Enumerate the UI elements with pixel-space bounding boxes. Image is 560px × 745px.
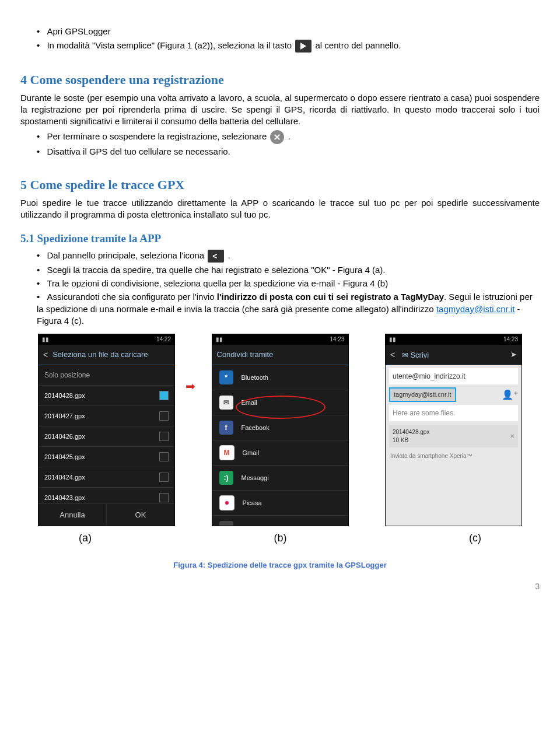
subject-field[interactable]: Here are some files.: [389, 405, 518, 421]
bullet-list-sec4: Per terminare o sospendere la registrazi…: [20, 130, 540, 158]
compose-body: utente@mio_indirizzo.it tagmyday@isti.cn…: [386, 365, 522, 526]
share-item-play-on-device[interactable]: ▣Riproduci sul dispositivo: [212, 516, 348, 526]
bullet-list-sec51: Dal pannello principale, seleziona l'ico…: [20, 250, 540, 327]
bullet-disable-gps: Disattiva il GPS del tuo cellulare se ne…: [37, 146, 540, 158]
arrow-annotation-icon: [186, 379, 195, 394]
checkbox-icon[interactable]: [159, 411, 169, 421]
share-item-gmail[interactable]: MGmail: [212, 440, 348, 466]
envelope-icon: ✉: [219, 396, 233, 410]
bullet-configure-email: Assicurandoti che sia configurato per l'…: [37, 291, 540, 327]
label-c: (c): [469, 531, 481, 545]
screenshot-a: ▮▮14:22 <Seleziona un file da caricare S…: [38, 334, 175, 526]
play-icon: [295, 40, 312, 53]
list-item[interactable]: 20140423.gpx: [38, 488, 174, 503]
checkbox-icon[interactable]: [159, 493, 169, 502]
share-item-picasa[interactable]: Picasa: [212, 491, 348, 516]
facebook-icon: f: [219, 421, 233, 435]
dialog-header: Condividi tramite: [212, 345, 348, 365]
link-tagmyday-email[interactable]: tagmyday@isti.cnr.it: [436, 304, 514, 314]
bullet-share-options: Tra le opzioni di condivisione, selezion…: [37, 278, 540, 289]
picasa-icon: [219, 495, 235, 510]
screenshot-b: ▮▮14:23 Condividi tramite *Bluetooth ✉Em…: [212, 334, 349, 526]
list-item[interactable]: 20140424.gpx: [38, 467, 174, 488]
messages-icon: :): [219, 471, 233, 485]
cancel-button[interactable]: Annulla: [38, 504, 107, 526]
compose-header: < ✉ Scrivi ➤: [386, 345, 522, 365]
heading-sec5: 5 Come spedire le tracce GPX: [20, 176, 540, 194]
page-number: 3: [20, 581, 540, 592]
add-contact-icon[interactable]: 👤⁺: [502, 389, 518, 401]
checkbox-icon[interactable]: [159, 432, 169, 441]
send-icon[interactable]: ➤: [510, 349, 517, 360]
bullet-list-intro2: In modalità "Vista semplice" (Figura 1 (…: [20, 40, 540, 53]
file-list: Solo posizione 20140428.gpx 20140427.gpx…: [38, 365, 174, 503]
share-list: *Bluetooth ✉Email fFacebook MGmail :)Mes…: [212, 365, 348, 526]
signature-text: Inviata da smartphone Xperia™: [386, 447, 522, 465]
list-item[interactable]: 20140427.gpx: [38, 406, 174, 426]
back-icon[interactable]: <: [390, 350, 395, 359]
bullet-select-icon: Dal pannello principale, seleziona l'ico…: [37, 250, 540, 263]
checkbox-icon[interactable]: [159, 391, 169, 400]
share-item-facebook[interactable]: fFacebook: [212, 415, 348, 440]
dialog-buttons: Annulla OK: [38, 503, 174, 526]
back-icon[interactable]: <: [43, 349, 48, 361]
screenshot-c: ▮▮14:23 < ✉ Scrivi ➤ utente@mio_indirizz…: [385, 334, 522, 526]
checkbox-icon[interactable]: [159, 473, 169, 482]
list-item[interactable]: 20140426.gpx: [38, 426, 174, 447]
screenshots-row: ▮▮14:22 <Seleziona un file da caricare S…: [20, 334, 540, 526]
list-item[interactable]: Solo posizione: [38, 365, 174, 386]
status-bar: ▮▮14:22: [38, 334, 174, 345]
ok-button[interactable]: OK: [107, 504, 174, 526]
attachment-chip[interactable]: 20140428.gpx10 KB ✕: [389, 425, 518, 447]
status-bar: ▮▮14:23: [212, 334, 348, 345]
bullet-vista-semplice: In modalità "Vista semplice" (Figura 1 (…: [37, 40, 540, 53]
from-field[interactable]: utente@mio_indirizzo.it: [389, 368, 518, 384]
figure-caption: Figura 4: Spedizione delle tracce gpx tr…: [20, 560, 540, 571]
heading-sec51: 5.1 Spedizione tramite la APP: [20, 231, 540, 246]
gmail-icon: M: [219, 445, 235, 460]
bluetooth-icon: *: [219, 370, 233, 384]
share-icon: [208, 250, 224, 263]
to-chip[interactable]: tagmyday@isti.cnr.it: [389, 387, 456, 402]
bullet-open-gpslogger: Apri GPSLogger: [37, 26, 540, 37]
subfigure-labels: (a) (b) (c): [20, 526, 540, 545]
device-icon: ▣: [219, 521, 233, 526]
oval-annotation-icon: [236, 396, 326, 419]
list-item[interactable]: 20140425.gpx: [38, 447, 174, 467]
status-bar: ▮▮14:23: [386, 334, 522, 345]
close-icon: [270, 130, 284, 144]
bullet-list-intro: Apri GPSLogger: [20, 26, 540, 37]
bullet-terminate: Per terminare o sospendere la registrazi…: [37, 130, 540, 144]
label-a: (a): [79, 531, 92, 545]
heading-sec4: 4 Come sospendere una registrazione: [20, 71, 540, 89]
para-sec5: Puoi spedire le tue tracce utilizzando d…: [20, 197, 540, 221]
checkbox-icon[interactable]: [159, 452, 169, 461]
share-item-bluetooth[interactable]: *Bluetooth: [212, 365, 348, 390]
dialog-header: <Seleziona un file da caricare: [38, 345, 174, 365]
bullet-choose-track: Scegli la traccia da spedire, tra quelle…: [37, 264, 540, 276]
remove-attachment-icon[interactable]: ✕: [510, 432, 514, 440]
para-sec4: Durante le soste (per esempio una volta …: [20, 92, 540, 128]
share-item-messages[interactable]: :)Messaggi: [212, 466, 348, 491]
list-item[interactable]: 20140428.gpx: [38, 386, 174, 406]
label-b: (b): [274, 531, 287, 545]
